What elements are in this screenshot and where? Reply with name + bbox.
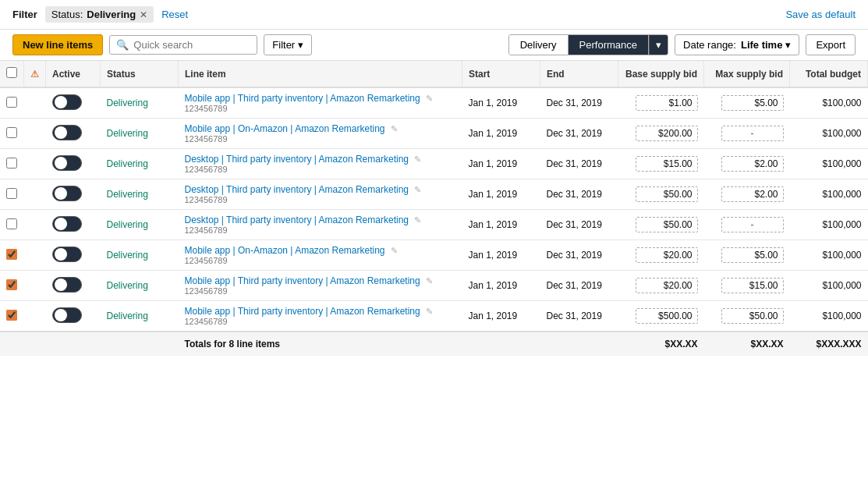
search-input[interactable] xyxy=(133,39,250,51)
toggle-knob-5 xyxy=(55,218,67,230)
active-toggle-8[interactable] xyxy=(52,307,82,323)
edit-icon-4[interactable]: ✎ xyxy=(414,185,421,194)
row-checkbox-cell xyxy=(0,119,24,149)
edit-icon-1[interactable]: ✎ xyxy=(426,94,433,103)
line-item-name-5[interactable]: Desktop | Third party inventory | Amazon… xyxy=(185,215,409,225)
row-budget-5: $100,000 xyxy=(790,210,868,240)
tab-dropdown-button[interactable]: ▾ xyxy=(649,35,668,55)
max-bid-value-2[interactable]: - xyxy=(721,126,784,141)
line-item-name-1[interactable]: Mobile app | Third party inventory | Ama… xyxy=(185,93,420,104)
row-checkbox-2[interactable] xyxy=(6,127,17,138)
row-checkbox-3[interactable] xyxy=(6,158,17,169)
tab-delivery[interactable]: Delivery xyxy=(509,35,569,55)
status-delivering-7: Delivering xyxy=(107,280,148,291)
active-toggle-3[interactable] xyxy=(52,155,82,171)
base-bid-value-1[interactable]: $1.00 xyxy=(636,95,698,111)
max-bid-value-1[interactable]: $5.00 xyxy=(721,95,784,111)
line-item-name-4[interactable]: Desktop | Third party inventory | Amazon… xyxy=(185,184,409,195)
line-item-name-8[interactable]: Mobile app | Third party inventory | Ama… xyxy=(185,306,420,317)
active-toggle-4[interactable] xyxy=(52,186,82,201)
row-start-4: Jan 1, 2019 xyxy=(462,179,540,210)
row-end-8: Dec 31, 2019 xyxy=(540,301,618,332)
select-all-checkbox[interactable] xyxy=(6,67,17,78)
row-budget-8: $100,000 xyxy=(790,301,868,332)
row-checkbox-4[interactable] xyxy=(6,188,17,199)
base-bid-value-3[interactable]: $15.00 xyxy=(636,156,698,172)
row-checkbox-7[interactable] xyxy=(6,279,17,290)
row-status-4: Delivering xyxy=(101,179,179,210)
row-status-2: Delivering xyxy=(101,119,179,149)
filter-label: Filter xyxy=(12,9,37,20)
col-header-base-supply-bid: Base supply bid xyxy=(618,61,704,87)
toggle-knob-7 xyxy=(55,279,67,291)
max-bid-value-8[interactable]: $50.00 xyxy=(721,308,784,324)
row-budget-3: $100,000 xyxy=(790,149,868,179)
action-bar: New line items 🔍 Filter ▾ Delivery Perfo… xyxy=(0,30,868,61)
row-toggle-1[interactable] xyxy=(46,87,101,119)
active-toggle-1[interactable] xyxy=(52,94,82,110)
new-line-items-button[interactable]: New line items xyxy=(12,34,103,55)
row-toggle-8[interactable] xyxy=(46,301,101,332)
table-row: Delivering Desktop | Third party invento… xyxy=(0,179,868,210)
table-row: Delivering Mobile app | Third party inve… xyxy=(0,301,868,332)
active-toggle-7[interactable] xyxy=(52,277,82,293)
edit-icon-5[interactable]: ✎ xyxy=(414,215,421,225)
row-alert-cell-4 xyxy=(24,179,46,210)
row-toggle-3[interactable] xyxy=(46,149,101,179)
max-bid-value-3[interactable]: $2.00 xyxy=(721,156,784,172)
row-checkbox-cell xyxy=(0,179,24,210)
row-checkbox-cell xyxy=(0,87,24,119)
base-bid-value-7[interactable]: $20.00 xyxy=(636,278,698,293)
row-alert-cell-7 xyxy=(24,271,46,301)
export-button[interactable]: Export xyxy=(806,34,856,55)
row-toggle-2[interactable] xyxy=(46,119,101,149)
row-checkbox-5[interactable] xyxy=(6,218,17,229)
base-bid-value-6[interactable]: $20.00 xyxy=(636,247,698,263)
active-toggle-6[interactable] xyxy=(52,247,82,262)
totals-total-budget: $XXX.XXX xyxy=(790,332,868,356)
row-toggle-5[interactable] xyxy=(46,210,101,240)
row-end-5: Dec 31, 2019 xyxy=(540,210,618,240)
max-bid-value-4[interactable]: $2.00 xyxy=(721,186,784,202)
row-checkbox-6[interactable] xyxy=(6,249,17,260)
row-toggle-6[interactable] xyxy=(46,240,101,271)
filter-dropdown-icon: ▾ xyxy=(298,39,303,51)
line-item-name-6[interactable]: Mobile app | On-Amazon | Amazon Remarket… xyxy=(185,245,385,256)
filter-button[interactable]: Filter ▾ xyxy=(264,34,312,55)
totals-label: Totals for 8 line items xyxy=(179,332,462,356)
toggle-knob-6 xyxy=(55,248,67,261)
row-toggle-7[interactable] xyxy=(46,271,101,301)
active-toggle-2[interactable] xyxy=(52,125,82,140)
reset-link[interactable]: Reset xyxy=(161,9,188,20)
base-bid-value-8[interactable]: $500.00 xyxy=(636,308,698,324)
edit-icon-6[interactable]: ✎ xyxy=(391,246,398,255)
line-item-name-7[interactable]: Mobile app | Third party inventory | Ama… xyxy=(185,275,420,286)
line-item-id-6: 123456789 xyxy=(185,256,456,265)
row-start-2: Jan 1, 2019 xyxy=(462,119,540,149)
active-toggle-5[interactable] xyxy=(52,216,82,232)
base-bid-value-4[interactable]: $50.00 xyxy=(636,186,698,202)
max-bid-value-7[interactable]: $15.00 xyxy=(721,278,784,293)
max-bid-value-6[interactable]: $5.00 xyxy=(721,247,784,263)
row-checkbox-1[interactable] xyxy=(6,97,17,108)
edit-icon-3[interactable]: ✎ xyxy=(414,154,421,164)
tab-performance[interactable]: Performance xyxy=(569,35,649,55)
row-line-item-8: Mobile app | Third party inventory | Ama… xyxy=(179,301,462,332)
status-chip-close[interactable]: ✕ xyxy=(140,9,147,20)
edit-icon-2[interactable]: ✎ xyxy=(391,124,398,133)
row-toggle-4[interactable] xyxy=(46,179,101,210)
filter-button-label: Filter xyxy=(272,39,295,51)
row-checkbox-8[interactable] xyxy=(6,310,17,321)
status-delivering-2: Delivering xyxy=(107,128,148,139)
base-bid-value-5[interactable]: $50.00 xyxy=(636,217,698,232)
max-bid-value-5[interactable]: - xyxy=(721,217,784,232)
row-end-1: Dec 31, 2019 xyxy=(540,87,618,119)
save-as-default-link[interactable]: Save as default xyxy=(785,9,856,20)
row-base-bid-4: $50.00 xyxy=(618,179,704,210)
edit-icon-8[interactable]: ✎ xyxy=(426,307,433,316)
line-item-name-3[interactable]: Desktop | Third party inventory | Amazon… xyxy=(185,154,409,165)
base-bid-value-2[interactable]: $200.00 xyxy=(636,126,698,141)
date-range-button[interactable]: Date range: Life time ▾ xyxy=(675,34,799,55)
edit-icon-7[interactable]: ✎ xyxy=(426,276,433,286)
line-item-name-2[interactable]: Mobile app | On-Amazon | Amazon Remarket… xyxy=(185,123,385,134)
